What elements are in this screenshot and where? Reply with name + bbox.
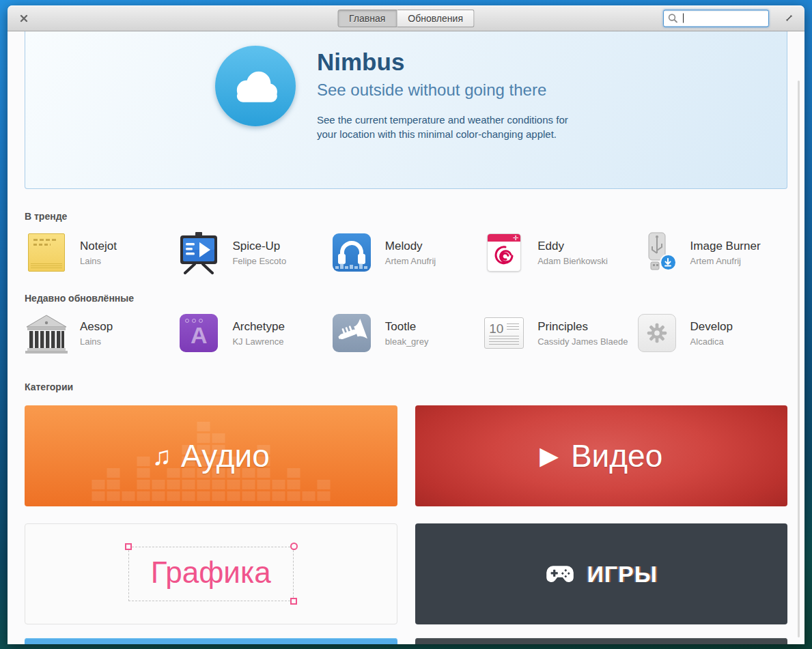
develop-icon (635, 311, 679, 355)
app-author: Artem Anufrij (385, 256, 436, 266)
category-card-audio[interactable]: ♫ Аудио (25, 405, 397, 506)
app-name: Develop (690, 320, 733, 334)
tootle-icon (330, 311, 374, 355)
category-label: Аудио (181, 437, 270, 474)
maximize-button[interactable] (782, 12, 796, 25)
play-icon: ▶ (540, 442, 559, 470)
maximize-icon (784, 13, 794, 23)
category-label: Видео (571, 437, 662, 474)
image-burner-icon (635, 231, 679, 274)
main-content: Nimbus See outside without going there S… (8, 31, 804, 644)
archetype-icon: A (177, 311, 221, 355)
desktop-wallpaper: Главная Обновления (0, 0, 812, 649)
app-tile-tootle[interactable]: Tootle bleak_grey (330, 311, 482, 355)
featured-banner[interactable]: Nimbus See outside without going there S… (25, 31, 787, 189)
app-name: Spice-Up (232, 240, 286, 253)
category-card-partial-right[interactable] (415, 638, 788, 644)
app-tile-aesop[interactable]: Aesop Lains (25, 311, 177, 355)
app-tile-notejot[interactable]: Notejot Lains (25, 231, 177, 274)
selection-handle-icon (125, 543, 132, 550)
app-name: Principles (537, 320, 628, 334)
section-title-categories: Категории (25, 381, 787, 392)
app-author: KJ Lawrence (232, 336, 285, 347)
music-note-icon: ♫ (152, 442, 172, 471)
close-icon (20, 14, 28, 23)
app-author: bleak_grey (385, 336, 429, 347)
selection-handle-icon (290, 598, 297, 605)
app-tile-melody[interactable]: Melody Artem Anufrij (330, 231, 482, 274)
categories-partial-row (25, 638, 787, 644)
selection-handle-icon (290, 543, 298, 550)
trending-grid: Notejot Lains (25, 231, 787, 274)
app-name: Eddy (537, 240, 608, 253)
tab-home[interactable]: Главная (337, 10, 397, 27)
app-author: Artem Anufrij (690, 256, 761, 266)
section-title-recent: Недавно обновлённые (25, 293, 787, 304)
app-tile-archetype[interactable]: A Archetype KJ Lawrence (177, 311, 329, 355)
app-author: Cassidy James Blaede (537, 336, 628, 347)
app-author: Lains (80, 336, 113, 347)
app-author: Adam Bieńkowski (537, 256, 608, 266)
category-label: Графика (151, 556, 271, 589)
app-tile-image-burner[interactable]: Image Burner Artem Anufrij (635, 231, 787, 274)
search-icon (668, 14, 677, 23)
melody-icon (330, 231, 374, 274)
category-card-games[interactable]: ИГРЫ (415, 523, 788, 624)
recent-grid: Aesop Lains A Archetype (25, 311, 787, 355)
categories-grid: ♫ Аудио ▶ Видео Графика (25, 405, 787, 624)
app-name: Tootle (385, 320, 429, 334)
app-tile-spice-up[interactable]: Spice-Up Felipe Escoto (177, 231, 329, 274)
search-input[interactable] (677, 13, 764, 23)
gamepad-icon (544, 564, 576, 584)
category-card-partial-left[interactable] (25, 638, 397, 644)
app-tile-principles[interactable]: 10 Principles Cassidy James Blaede (482, 311, 634, 355)
aesop-icon (25, 311, 68, 355)
app-tile-eddy[interactable]: ✛ Eddy Adam Bieńkowski (482, 231, 634, 274)
app-author: Felipe Escoto (232, 256, 286, 266)
app-tile-develop[interactable]: Develop Alcadica (635, 311, 787, 355)
app-name: Archetype (232, 320, 285, 334)
spice-up-icon (177, 231, 221, 274)
text-cursor (683, 14, 684, 23)
category-card-video[interactable]: ▶ Видео (415, 405, 788, 506)
tab-updates[interactable]: Обновления (397, 10, 475, 27)
app-name: Aesop (80, 320, 113, 334)
app-name: Image Burner (690, 240, 761, 253)
view-switcher: Главная Обновления (337, 10, 475, 27)
category-card-graphics[interactable]: Графика (25, 523, 397, 624)
app-author: Lains (80, 256, 117, 266)
app-author: Alcadica (690, 336, 733, 347)
app-name: Melody (385, 240, 436, 253)
close-button[interactable] (18, 12, 30, 25)
scrollbar[interactable] (798, 81, 800, 637)
titlebar[interactable]: Главная Обновления (8, 5, 804, 31)
banner-app-name: Nimbus (317, 48, 590, 76)
principles-icon: 10 (482, 311, 526, 355)
eddy-icon: ✛ (482, 231, 526, 274)
banner-description: See the current temperature and weather … (317, 113, 590, 141)
nimbus-cloud-icon (215, 46, 296, 126)
banner-tagline: See outside without going there (317, 81, 590, 100)
appcenter-window: Главная Обновления (8, 5, 804, 644)
section-title-trending: В тренде (25, 211, 787, 222)
category-label: ИГРЫ (587, 561, 658, 588)
download-badge-icon (660, 254, 677, 271)
selection-box-decoration: Графика (128, 547, 294, 601)
app-name: Notejot (80, 240, 117, 253)
notejot-icon (25, 231, 68, 274)
search-box[interactable] (663, 10, 769, 27)
